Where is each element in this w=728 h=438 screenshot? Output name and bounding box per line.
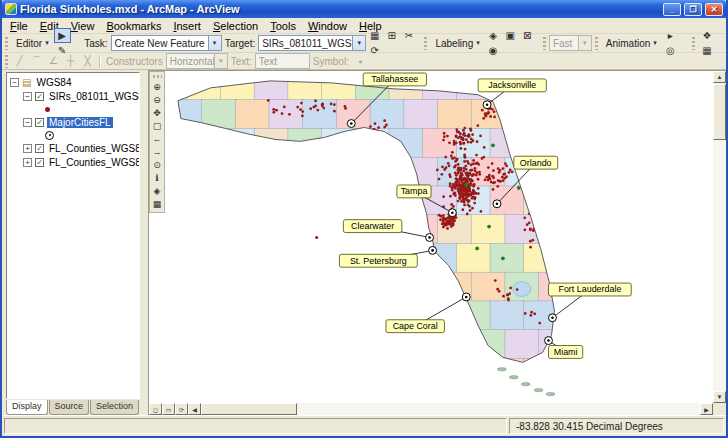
expand-icon[interactable]: + xyxy=(23,144,32,153)
task-combobox[interactable]: Create New Feature ▾ xyxy=(111,35,222,51)
table-of-contents: −▤WGS84−✓SIRs_081011_WGS84−✓MajorCitiesF… xyxy=(2,70,142,415)
callout-tallahassee[interactable]: Tallahassee xyxy=(363,73,426,86)
straight-segment-icon[interactable]: ╱ xyxy=(11,53,28,68)
close-button[interactable]: ✕ xyxy=(705,3,723,16)
scroll-left-button[interactable]: ◀ xyxy=(188,403,201,415)
scroll-down-button[interactable]: ▼ xyxy=(713,391,726,403)
label-priority-icon[interactable]: ▣ xyxy=(502,28,519,43)
layer-label[interactable]: FL_Counties_WGS84 xyxy=(47,157,140,168)
layer-checkbox[interactable]: ✓ xyxy=(35,144,44,153)
layer-label[interactable]: FL_Counties_WGS84 xyxy=(47,143,140,154)
intersection-icon[interactable]: ╳ xyxy=(79,53,96,68)
tab-display[interactable]: Display xyxy=(6,400,48,415)
data-view-icon[interactable]: ◻ xyxy=(149,403,162,415)
midpoint-icon[interactable]: ┼ xyxy=(62,53,79,68)
forward-extent-icon[interactable]: → xyxy=(150,145,164,158)
callout-st-petersburg[interactable]: St. Petersburg xyxy=(339,254,417,267)
find-icon[interactable]: ◈ xyxy=(150,184,164,197)
menu-file[interactable]: File xyxy=(4,19,34,33)
horizontal-combobox[interactable]: Horizontal ▾ xyxy=(166,53,228,69)
chevron-down-icon: ▾ xyxy=(45,39,49,47)
toolbar-grip[interactable] xyxy=(543,37,546,50)
layout-view-icon[interactable]: ▭ xyxy=(162,403,175,415)
collapse-icon[interactable]: − xyxy=(23,118,32,127)
title-bar[interactable]: Florida Sinkholes.mxd - ArcMap - ArcView… xyxy=(2,0,726,18)
full-extent-icon[interactable]: ▢ xyxy=(150,119,164,132)
layer-label[interactable]: MajorCitiesFL xyxy=(47,117,113,128)
vertical-scroll-thumb[interactable] xyxy=(713,84,726,140)
callout-jacksonville[interactable]: Jacksonville xyxy=(478,79,546,92)
tab-source[interactable]: Source xyxy=(49,400,90,415)
layer-checkbox[interactable]: ✓ xyxy=(35,118,44,127)
toc-tree[interactable]: −▤WGS84−✓SIRs_081011_WGS84−✓MajorCitiesF… xyxy=(6,72,140,399)
collapse-icon[interactable]: − xyxy=(23,92,32,101)
map-canvas[interactable]: TallahasseeJacksonvilleOrlandoTampaClear… xyxy=(165,71,713,403)
refresh-view-icon[interactable]: ⟳ xyxy=(175,403,188,415)
editor-menu-button[interactable]: Editor ▾ xyxy=(11,35,54,51)
combo-drop-button[interactable]: ▾ xyxy=(208,36,221,50)
sketch-properties-icon[interactable]: ⊞ xyxy=(383,28,400,43)
edit-arrow-icon[interactable]: ▶ xyxy=(54,28,71,43)
toolbar-grip[interactable] xyxy=(5,37,8,50)
symbol-button[interactable]: ▪ xyxy=(352,54,369,69)
toolbar-grip[interactable] xyxy=(692,37,695,50)
maximize-button[interactable]: ❐ xyxy=(684,3,702,16)
menu-tools[interactable]: Tools xyxy=(264,19,302,33)
layer-checkbox[interactable]: ✓ xyxy=(35,92,44,101)
callout-cape-coral[interactable]: Cape Coral xyxy=(386,320,444,333)
city-symbol[interactable] xyxy=(45,131,54,140)
label-manager-icon[interactable]: ◈ xyxy=(485,28,502,43)
arc-segment-icon[interactable]: ⌒ xyxy=(28,54,45,69)
zoom-out-icon[interactable]: ⊖ xyxy=(150,93,164,106)
annotation-text-input[interactable] xyxy=(255,53,310,69)
split-tool-icon[interactable]: ✂ xyxy=(400,28,417,43)
toolbar-grip[interactable] xyxy=(153,75,162,78)
tangent-segment-icon[interactable]: ∠ xyxy=(45,53,62,68)
expand-icon[interactable]: + xyxy=(23,158,32,167)
minimize-button[interactable]: _ xyxy=(663,3,681,16)
callout-orlando[interactable]: Orlando xyxy=(514,156,558,169)
scroll-track[interactable] xyxy=(297,403,700,415)
toolbar-grip[interactable] xyxy=(5,55,8,68)
layer-label[interactable]: SIRs_081011_WGS84 xyxy=(47,91,140,102)
zoom-in-icon[interactable]: ⊕ xyxy=(150,80,164,93)
menu-bookmarks[interactable]: Bookmarks xyxy=(100,19,167,33)
callout-fort-lauderdale[interactable]: Fort Lauderdale xyxy=(549,283,632,296)
map-svg[interactable]: TallahasseeJacksonvilleOrlandoTampaClear… xyxy=(165,71,713,403)
animation-controls-icon[interactable]: ▸ xyxy=(662,28,679,43)
label-weight-icon[interactable]: ⊠ xyxy=(519,28,536,43)
tab-selection[interactable]: Selection xyxy=(90,400,139,415)
point-symbol[interactable] xyxy=(45,107,50,112)
menu-selection[interactable]: Selection xyxy=(207,19,264,33)
identify-icon[interactable]: ℹ xyxy=(150,171,164,184)
target-combobox[interactable]: SIRs_081011_WGS84 ▾ xyxy=(258,35,366,51)
scroll-up-button[interactable]: ▲ xyxy=(713,71,726,83)
vertical-scrollbar[interactable]: ▲ ▼ xyxy=(713,71,726,403)
status-bar: -83.828 30.415 Decimal Degrees xyxy=(2,415,726,436)
scroll-right-button[interactable]: ▶ xyxy=(700,403,713,415)
horizontal-scrollbar[interactable]: ◻▭⟳ ◀ ▶ xyxy=(149,403,713,415)
layer-checkbox[interactable]: ✓ xyxy=(35,158,44,167)
menu-window[interactable]: Window xyxy=(302,19,353,33)
horizontal-scroll-thumb[interactable] xyxy=(201,403,297,415)
select-features-icon[interactable]: ⊙ xyxy=(150,158,164,171)
combo-drop-button[interactable]: ▾ xyxy=(578,36,591,50)
combo-drop-button[interactable]: ▾ xyxy=(214,54,227,68)
callout-miami[interactable]: Miami xyxy=(549,346,583,359)
back-extent-icon[interactable]: ← xyxy=(150,132,164,145)
fast-combobox[interactable]: Fast ▾ xyxy=(549,35,592,51)
pan-icon[interactable]: ✥ xyxy=(150,106,164,119)
measure-icon[interactable]: ▦ xyxy=(150,197,164,210)
overflow-tools-icon[interactable]: ❖ xyxy=(698,28,715,43)
combo-drop-button[interactable]: ▾ xyxy=(352,36,365,50)
animation-menu-button[interactable]: Animation ▾ xyxy=(601,35,662,51)
callout-tampa[interactable]: Tampa xyxy=(397,185,431,198)
menu-insert[interactable]: Insert xyxy=(167,19,207,33)
toolbar-grip[interactable] xyxy=(424,37,427,50)
attributes-table-icon[interactable]: ▦ xyxy=(366,28,383,43)
collapse-icon[interactable]: − xyxy=(10,78,19,87)
callout-clearwater[interactable]: Clearwater xyxy=(343,220,401,233)
data-frame-label[interactable]: WGS84 xyxy=(34,77,73,88)
toolbar-grip[interactable] xyxy=(595,37,598,50)
labeling-menu-button[interactable]: Labeling ▾ xyxy=(430,35,484,51)
